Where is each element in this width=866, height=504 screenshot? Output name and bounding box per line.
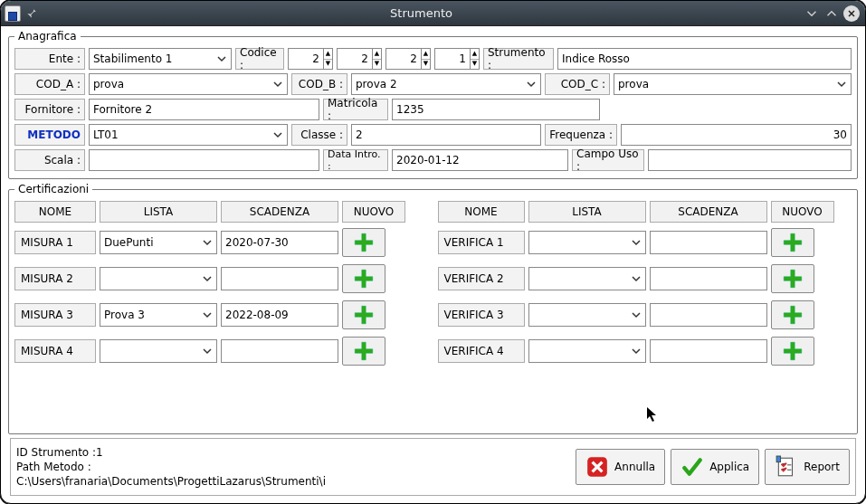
verifica-lista-combo[interactable] (528, 231, 646, 254)
verifica-name: VERIFICA 3 (438, 303, 525, 327)
campouso-input[interactable] (648, 149, 852, 171)
classe-input[interactable]: 2 (351, 124, 541, 146)
verifica-row: VERIFICA 1 (438, 228, 852, 257)
metodo-combo[interactable]: LT01 (89, 124, 288, 146)
misura-scadenza-input[interactable] (221, 339, 338, 363)
verifica-name: VERIFICA 1 (438, 231, 525, 254)
chevron-down-icon (215, 52, 228, 65)
header-nuovo: NUOVO (342, 201, 405, 223)
verifica-row: VERIFICA 2 (438, 264, 852, 293)
misura-lista-combo[interactable] (100, 267, 217, 290)
verifica-add-button[interactable] (771, 337, 814, 366)
verifica-column: NOME LISTA SCADENZA NUOVO VERIFICA 1 VER… (438, 201, 852, 373)
verifica-scadenza-input[interactable] (650, 339, 767, 363)
misura-lista-combo[interactable] (100, 339, 217, 363)
verifica-add-button[interactable] (771, 300, 814, 329)
dataintro-label: Data Intro. : (323, 149, 388, 171)
verifica-name: VERIFICA 4 (438, 339, 525, 363)
verifica-scadenza-input[interactable] (650, 231, 767, 254)
misura-name: MISURA 1 (14, 231, 96, 254)
codb-combo[interactable]: prova 2 (351, 73, 541, 95)
classe-label: Classe : (291, 124, 347, 146)
path-metodo-label: Path Metodo : (16, 461, 91, 473)
annulla-button[interactable]: Annulla (576, 449, 665, 485)
metodo-label[interactable]: METODO (14, 124, 85, 146)
app-icon (5, 5, 21, 22)
codice-4-spinner[interactable]: ▲▼ (471, 48, 480, 70)
chevron-down-icon (201, 345, 214, 357)
scala-input[interactable] (89, 149, 319, 171)
verifica-row: VERIFICA 3 (438, 300, 852, 329)
applica-label: Applica (709, 461, 749, 473)
misura-name: MISURA 4 (14, 339, 96, 363)
chevron-down-icon (630, 345, 642, 357)
anagrafica-legend: Anagrafica (14, 30, 81, 43)
window-title: Strumento (43, 6, 800, 20)
misura-name: MISURA 2 (14, 267, 96, 290)
verifica-lista-combo[interactable] (528, 339, 646, 363)
misura-row: MISURA 3 Prova 3 2022-08-09 (14, 300, 429, 329)
report-label: Report (804, 461, 840, 473)
misura-scadenza-input[interactable]: 2020-07-30 (221, 231, 338, 254)
codc-combo[interactable]: prova (614, 73, 852, 95)
misura-row: MISURA 4 (14, 337, 429, 366)
verifica-row: VERIFICA 4 (438, 337, 852, 366)
maximize-button[interactable] (823, 5, 840, 22)
verifica-scadenza-input[interactable] (650, 303, 767, 327)
report-button[interactable]: Report (765, 449, 850, 485)
chevron-down-icon (271, 128, 284, 141)
misura-add-button[interactable] (342, 300, 385, 329)
matricola-input[interactable]: 1235 (392, 99, 600, 120)
ente-combo[interactable]: Stabilimento 1 (89, 48, 232, 70)
verifica-add-button[interactable] (771, 264, 814, 293)
codice-1-input[interactable]: 2 (288, 48, 324, 70)
misura-lista-combo[interactable]: DuePunti (100, 231, 217, 254)
applica-button[interactable]: Applica (671, 449, 759, 485)
fornitore-input[interactable]: Fornitore 2 (89, 99, 319, 120)
misura-scadenza-input[interactable] (221, 267, 338, 290)
svg-rect-2 (776, 456, 780, 462)
codice-3-input[interactable]: 2 (385, 48, 422, 70)
certificazioni-group: Certificazioni NOME LISTA SCADENZA NUOVO… (8, 183, 858, 434)
header-lista: LISTA (528, 201, 646, 223)
verifica-scadenza-input[interactable] (650, 267, 767, 290)
strumento-input[interactable]: Indice Rosso (557, 48, 852, 70)
pin-button[interactable] (24, 6, 39, 21)
certificazioni-legend: Certificazioni (14, 183, 92, 195)
chevron-down-icon (630, 272, 642, 285)
anagrafica-group: Anagrafica Ente : Stabilimento 1 Codice … (8, 30, 858, 179)
misura-add-button[interactable] (342, 228, 385, 257)
codice-3-spinner[interactable]: ▲▼ (422, 48, 431, 70)
chevron-down-icon (201, 309, 214, 321)
codice-2-input[interactable]: 2 (337, 48, 373, 70)
header-nome: NOME (14, 201, 96, 223)
chevron-down-icon (630, 236, 642, 249)
frequenza-label: Frequenza : (545, 124, 617, 146)
header-nome: NOME (438, 201, 525, 223)
footer-info: ID Strumento :1 Path Metodo : C:\Users\f… (16, 445, 570, 490)
verifica-lista-combo[interactable] (528, 303, 646, 327)
coda-combo[interactable]: prova (89, 73, 288, 95)
coda-label: COD_A : (14, 73, 85, 95)
frequenza-input[interactable]: 30 (621, 124, 852, 146)
codice-4-input[interactable]: 1 (434, 48, 471, 70)
verifica-add-button[interactable] (771, 228, 814, 257)
misura-scadenza-input[interactable]: 2022-08-09 (221, 303, 338, 327)
scala-label: Scala : (14, 149, 85, 171)
misura-add-button[interactable] (342, 337, 385, 366)
dataintro-input[interactable]: 2020-01-12 (392, 149, 568, 171)
misura-add-button[interactable] (342, 264, 385, 293)
chevron-down-icon (271, 78, 284, 90)
close-button[interactable] (843, 5, 860, 22)
id-strumento-text: ID Strumento :1 (16, 446, 103, 459)
misura-lista-combo[interactable]: Prova 3 (100, 303, 217, 327)
verifica-lista-combo[interactable] (528, 267, 646, 290)
ente-label: Ente : (14, 48, 85, 70)
chevron-down-icon (201, 236, 214, 249)
matricola-label: Matricola : (323, 99, 388, 120)
codice-1-spinner[interactable]: ▲▼ (324, 48, 333, 70)
header-scadenza: SCADENZA (221, 201, 338, 223)
path-metodo-value: C:\Users\franaria\Documents\ProgettiLaza… (16, 475, 326, 488)
minimize-button[interactable] (804, 5, 820, 22)
codice-2-spinner[interactable]: ▲▼ (373, 48, 382, 70)
